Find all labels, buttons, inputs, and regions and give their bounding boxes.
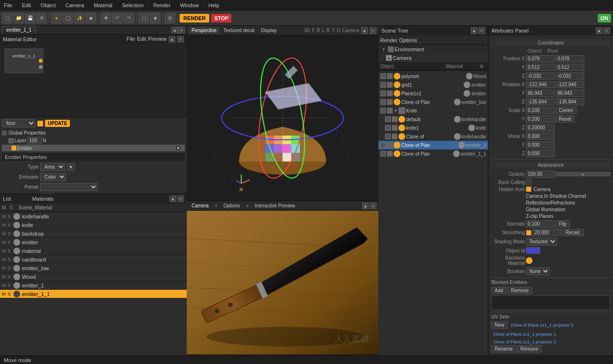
mat-sub-edit[interactable]: Edit bbox=[137, 36, 146, 43]
emitter-tab-item[interactable]: emitter_1_1 bbox=[2, 26, 36, 34]
menu-window[interactable]: Window bbox=[178, 1, 201, 9]
flip-button[interactable]: Flip bbox=[556, 220, 570, 228]
mat-item-material[interactable]: M S material bbox=[0, 247, 187, 255]
st-settings[interactable]: ⚙ bbox=[479, 64, 486, 69]
render-button[interactable]: RENDER bbox=[180, 14, 209, 23]
ip-tab-preview[interactable]: Interactive Preview bbox=[252, 202, 298, 209]
mat-sub-preview[interactable]: Preview bbox=[148, 36, 167, 43]
new-btn[interactable]: ▢ bbox=[2, 13, 12, 23]
uv-rename-button[interactable]: Rename bbox=[491, 345, 516, 353]
reset-button[interactable]: Reset bbox=[556, 115, 575, 123]
add-button[interactable]: Add bbox=[491, 287, 507, 294]
tab-textured-decal[interactable]: Textured decal bbox=[220, 27, 257, 34]
undo-btn[interactable]: ↶ bbox=[112, 13, 123, 23]
mat-item-knife[interactable]: M S knife bbox=[0, 221, 187, 229]
env-toggle[interactable]: ▼ bbox=[380, 46, 387, 53]
shear-z-input[interactable] bbox=[526, 150, 555, 157]
opacity-spin-up[interactable]: ▲ bbox=[556, 172, 610, 176]
ep-type-select[interactable]: Area bbox=[40, 163, 65, 171]
menu-material[interactable]: Material bbox=[92, 1, 114, 9]
rot-x-input[interactable] bbox=[526, 81, 555, 88]
pos-x-pivot-input[interactable] bbox=[556, 55, 584, 62]
pos-y-input[interactable] bbox=[526, 64, 555, 71]
cursor-btn[interactable]: ✚ bbox=[101, 13, 111, 23]
floor-select[interactable]: floor bbox=[2, 119, 35, 127]
pos-y-pivot-input[interactable] bbox=[556, 64, 584, 71]
mat-item-knifehandle[interactable]: M S knifehandle bbox=[0, 212, 187, 221]
mat-item-emitter1[interactable]: M S emitter_1 bbox=[0, 281, 187, 290]
tab-minimize[interactable]: × bbox=[178, 27, 185, 34]
shear-x-input[interactable] bbox=[526, 133, 555, 140]
uv-item-0[interactable]: Clone of Plane.1x1_1 projector 0 bbox=[511, 323, 573, 328]
sphere-btn[interactable]: ● bbox=[51, 13, 62, 23]
smoothing-input[interactable] bbox=[533, 229, 561, 236]
menu-file[interactable]: File bbox=[2, 1, 14, 9]
tab-display[interactable]: Display bbox=[258, 27, 280, 34]
object-id-color[interactable] bbox=[526, 247, 540, 254]
ip-close[interactable]: × bbox=[370, 203, 376, 209]
mat-item-cardboard[interactable]: M S cardboard bbox=[0, 255, 187, 264]
mat-item-emitter-low[interactable]: M S emitter_low bbox=[0, 264, 187, 273]
st-item-clone-of[interactable]: Clone of knifehandle bbox=[378, 132, 488, 141]
tab-perspective[interactable]: Perspective bbox=[189, 27, 219, 34]
ep-emission-select[interactable]: Color bbox=[40, 173, 66, 181]
st-env-item[interactable]: ▼ Environment bbox=[378, 45, 488, 54]
st-item-grid1[interactable]: grid1 emitter bbox=[378, 80, 488, 89]
st-expand[interactable]: ▲ bbox=[471, 27, 477, 34]
mat-item-emitter11-active[interactable]: M S emitter_1_1 bbox=[0, 290, 187, 298]
move-btn[interactable]: ⊞ bbox=[165, 13, 175, 23]
pos-z-input[interactable] bbox=[526, 72, 555, 80]
st-item-knife1[interactable]: knife1 knife bbox=[378, 124, 488, 132]
menu-help[interactable]: Help bbox=[206, 1, 221, 9]
uv-remove-button[interactable]: Remove bbox=[517, 345, 542, 353]
st-item-clone-of-plan[interactable]: Clone of Plan emitter_low bbox=[378, 98, 488, 106]
ep-preset-select[interactable] bbox=[40, 183, 98, 191]
st-close[interactable]: × bbox=[478, 27, 485, 34]
boolean-select[interactable]: None bbox=[526, 267, 550, 275]
rot-x-pivot-input[interactable] bbox=[556, 81, 584, 88]
stop-button[interactable]: STOP bbox=[211, 14, 231, 23]
mat-panel-close[interactable]: × bbox=[177, 195, 184, 202]
st-item-plane1x1[interactable]: Plane1x1 emitter bbox=[378, 89, 488, 98]
pos-z-pivot-input[interactable] bbox=[556, 72, 584, 80]
pos-x-input[interactable] bbox=[526, 55, 555, 62]
ap-close[interactable]: × bbox=[603, 27, 610, 34]
shading-mode-select[interactable]: Textured bbox=[526, 238, 557, 246]
vp-expand[interactable]: ▲ bbox=[361, 27, 368, 34]
uv-item-1[interactable]: Clone of Plane.1x1_1 projector 1 bbox=[493, 332, 556, 337]
view-btn[interactable]: ▢ bbox=[138, 13, 149, 23]
save-btn[interactable]: 💾 bbox=[25, 13, 35, 23]
mat-item-wood[interactable]: M S Wood bbox=[0, 273, 187, 281]
ip-tab-camera[interactable]: Camera bbox=[189, 202, 212, 209]
mat-node-canvas[interactable]: emitter_1_1 bbox=[0, 44, 187, 117]
recalc-button[interactable]: Recalc bbox=[562, 229, 584, 236]
mat-sub-file[interactable]: File bbox=[126, 36, 135, 43]
st-item-knife-group[interactable]: ▼ Knife bbox=[378, 106, 488, 115]
hidden-camera-check[interactable] bbox=[526, 186, 532, 192]
smoothing-check[interactable] bbox=[526, 230, 532, 236]
center-button[interactable]: Center bbox=[556, 107, 577, 114]
st-camera-item[interactable]: ▲ Camera bbox=[378, 54, 488, 62]
mat-item-backdrop[interactable]: M S backdrop bbox=[0, 229, 187, 238]
back-culling-check[interactable] bbox=[526, 179, 532, 185]
mat-panel-expand[interactable]: ▲ bbox=[170, 195, 176, 202]
ip-tab-options[interactable]: Options bbox=[220, 202, 242, 209]
open-btn[interactable]: 📁 bbox=[13, 13, 24, 23]
hdr-btn[interactable]: ◆ bbox=[86, 13, 96, 23]
rot-y-input[interactable] bbox=[526, 90, 555, 97]
rot-y-pivot-input[interactable] bbox=[556, 90, 584, 97]
vp-close[interactable]: × bbox=[370, 27, 376, 34]
frame-btn[interactable]: ■ bbox=[150, 13, 160, 23]
mat-editor-close[interactable]: ▲ bbox=[169, 36, 175, 43]
redo-btn[interactable]: ↷ bbox=[124, 13, 134, 23]
remove-button[interactable]: Remove bbox=[508, 287, 532, 294]
lights-btn[interactable]: ✨ bbox=[74, 13, 85, 23]
ap-expand[interactable]: ▲ bbox=[596, 27, 602, 34]
on-button[interactable]: ON bbox=[598, 14, 612, 23]
settings-btn[interactable]: ⚙ bbox=[36, 13, 47, 23]
st-item-default[interactable]: default knifehandle bbox=[378, 115, 488, 124]
shear-y-input[interactable] bbox=[526, 141, 555, 148]
st-item-clone-of-plan-active[interactable]: Clone of Plan emitter_1 bbox=[378, 141, 488, 149]
rot-z-pivot-input[interactable] bbox=[556, 98, 584, 105]
mat-item-emitter[interactable]: M S emitter bbox=[0, 238, 187, 247]
